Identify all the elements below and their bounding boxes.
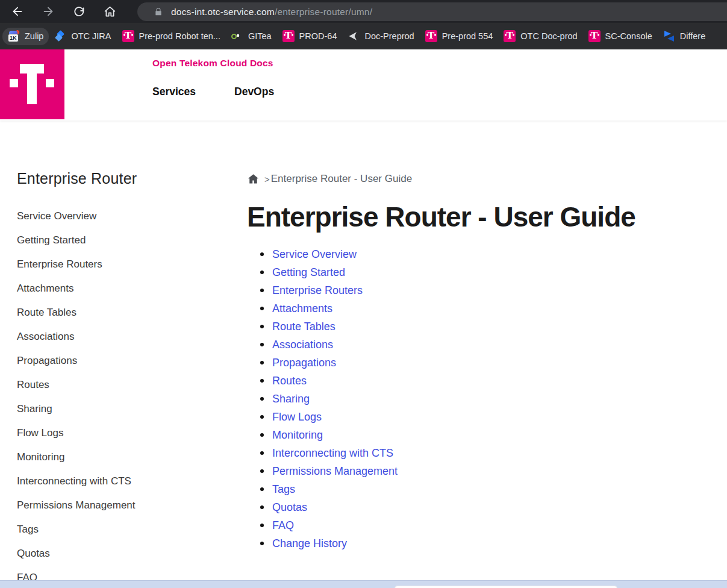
bookmark-label: GITea <box>248 31 272 41</box>
site-title: Open Telekom Cloud Docs <box>152 58 273 69</box>
sidebar-item-associations[interactable]: Associations <box>17 325 222 349</box>
address-bar[interactable]: docs-int.otc-service.com/enterprise-rout… <box>137 2 727 21</box>
bookmark-label: Pre-prod 554 <box>442 31 493 41</box>
toc-link-service-overview[interactable]: Service Overview <box>272 248 357 261</box>
bullet-icon <box>260 524 264 527</box>
bullet-icon <box>260 415 264 419</box>
toc-link-quotas[interactable]: Quotas <box>272 501 307 514</box>
refresh-button[interactable] <box>69 1 89 22</box>
forward-icon <box>42 5 55 18</box>
toc-list-item: Routes <box>260 372 723 390</box>
bookmark-gitea[interactable]: GITea <box>226 28 277 45</box>
toc-link-tags[interactable]: Tags <box>272 483 295 496</box>
toc-list-item: Propagations <box>260 354 723 372</box>
breadcrumb-page[interactable]: Enterprise Router - User Guide <box>271 173 412 185</box>
sidebar-item-service-overview[interactable]: Service Overview <box>17 204 222 228</box>
sidebar-item-monitoring[interactable]: Monitoring <box>17 445 222 469</box>
spark-icon <box>348 30 360 42</box>
toc-list-item: Route Tables <box>260 317 723 336</box>
refresh-icon <box>73 5 86 18</box>
toc-link-permissions-management[interactable]: Permissions Management <box>272 465 398 478</box>
toc-list-item: Tags <box>260 480 723 498</box>
url-path: /enterprise-router/umn/ <box>275 7 372 17</box>
nav-item-devops[interactable]: DevOps <box>234 86 274 98</box>
toc-link-flow-logs[interactable]: Flow Logs <box>272 411 322 424</box>
bookmark-differe[interactable]: Differe <box>658 28 711 45</box>
bookmark-label: PROD-64 <box>299 31 337 41</box>
bullet-icon <box>260 433 264 437</box>
bookmark-doc-preprod[interactable]: Doc-Preprod <box>342 28 419 45</box>
bookmark-zulip[interactable]: Zulip <box>2 28 49 45</box>
bookmark-pre-prod-554[interactable]: Pre-prod 554 <box>420 28 499 45</box>
toc-list-item: Quotas <box>260 498 723 516</box>
toc-link-enterprise-routers[interactable]: Enterprise Routers <box>272 284 363 297</box>
browser-home-button[interactable] <box>99 1 120 22</box>
toc-list-item: Service Overview <box>260 245 723 263</box>
bookmark-otc-jira[interactable]: OTC JIRA <box>49 28 116 45</box>
bookmark-label: OTC Doc-prod <box>520 31 577 41</box>
bookmarks-bar: Zulip OTC JIRA Pre-prod Robot ten... GIT… <box>0 23 727 49</box>
toc-link-propagations[interactable]: Propagations <box>272 357 336 369</box>
forward-button[interactable] <box>38 1 58 22</box>
sidebar-list: Service OverviewGetting StartedEnterpris… <box>17 204 222 588</box>
telekom-icon <box>425 30 437 42</box>
bullet-icon <box>260 487 264 491</box>
nav-item-services[interactable]: Services <box>152 86 196 98</box>
bookmark-label: Pre-prod Robot ten... <box>139 31 220 41</box>
bullet-icon <box>260 325 264 328</box>
sidebar-item-permissions-management[interactable]: Permissions Management <box>17 493 222 518</box>
bookmark-pre-prod-robot-ten[interactable]: Pre-prod Robot ten... <box>117 28 226 45</box>
sidebar-item-propagations[interactable]: Propagations <box>17 349 222 373</box>
toc-link-routes[interactable]: Routes <box>272 375 307 387</box>
sidebar-item-tags[interactable]: Tags <box>17 518 222 542</box>
windows-taskbar-edge <box>0 580 727 588</box>
bookmark-label: Zulip <box>25 31 43 41</box>
breadcrumb-home-icon[interactable] <box>247 173 260 185</box>
toc-link-associations[interactable]: Associations <box>272 339 333 351</box>
sidebar-item-flow-logs[interactable]: Flow Logs <box>17 421 222 445</box>
toc-link-getting-started[interactable]: Getting Started <box>272 266 345 279</box>
sidebar-item-attachments[interactable]: Attachments <box>17 277 222 301</box>
toc-link-monitoring[interactable]: Monitoring <box>272 429 323 442</box>
toc-list-item: FAQ <box>260 516 723 534</box>
bullet-icon <box>260 252 264 256</box>
breadcrumb-separator: > <box>264 174 270 184</box>
sidebar-item-getting-started[interactable]: Getting Started <box>17 228 222 252</box>
bookmark-sc-console[interactable]: SC-Console <box>583 28 658 45</box>
toc-list-item: Interconnecting with CTS <box>260 444 723 462</box>
telekom-logo[interactable] <box>0 49 64 119</box>
bullet-icon <box>260 451 264 455</box>
gitea-icon <box>231 30 243 42</box>
url-domain: docs-int.otc-service.com <box>171 7 275 17</box>
toc-link-faq[interactable]: FAQ <box>272 519 294 532</box>
bookmark-prod-64[interactable]: PROD-64 <box>277 28 343 45</box>
sidebar-item-interconnecting-with-cts[interactable]: Interconnecting with CTS <box>17 469 222 493</box>
sidebar-item-quotas[interactable]: Quotas <box>17 542 222 566</box>
toc-list-item: Attachments <box>260 299 723 317</box>
taskbar-search-box[interactable] <box>395 586 617 588</box>
browser-window: docs-int.otc-service.com/enterprise-rout… <box>0 0 727 588</box>
telekom-t-icon <box>0 49 64 119</box>
back-button[interactable] <box>7 1 28 22</box>
toc-list-item: Monitoring <box>260 426 723 444</box>
bookmark-label: SC-Console <box>605 31 652 41</box>
bookmark-label: OTC JIRA <box>71 31 111 41</box>
bookmark-otc-doc-prod[interactable]: OTC Doc-prod <box>498 28 582 45</box>
docs-page: Open Telekom Cloud Docs Services DevOps … <box>0 49 727 588</box>
sidebar-item-route-tables[interactable]: Route Tables <box>17 301 222 325</box>
toc-link-interconnecting-with-cts[interactable]: Interconnecting with CTS <box>272 447 393 460</box>
breadcrumb: > Enterprise Router - User Guide <box>247 172 723 186</box>
toc-list-item: Getting Started <box>260 263 723 281</box>
sidebar-item-sharing[interactable]: Sharing <box>17 397 222 421</box>
bookmark-label: Differe <box>680 31 705 41</box>
toc-link-change-history[interactable]: Change History <box>272 537 347 550</box>
toc-link-sharing[interactable]: Sharing <box>272 393 310 405</box>
toc-link-route-tables[interactable]: Route Tables <box>272 321 335 333</box>
sidebar-item-routes[interactable]: Routes <box>17 373 222 397</box>
sidebar-item-enterprise-routers[interactable]: Enterprise Routers <box>17 252 222 277</box>
toc-links-list: Service Overview Getting Started Enterpr… <box>260 245 723 552</box>
toc-link-attachments[interactable]: Attachments <box>272 302 332 315</box>
toc-list-item: Permissions Management <box>260 462 723 480</box>
back-icon <box>11 5 24 18</box>
telekom-icon <box>282 30 295 42</box>
